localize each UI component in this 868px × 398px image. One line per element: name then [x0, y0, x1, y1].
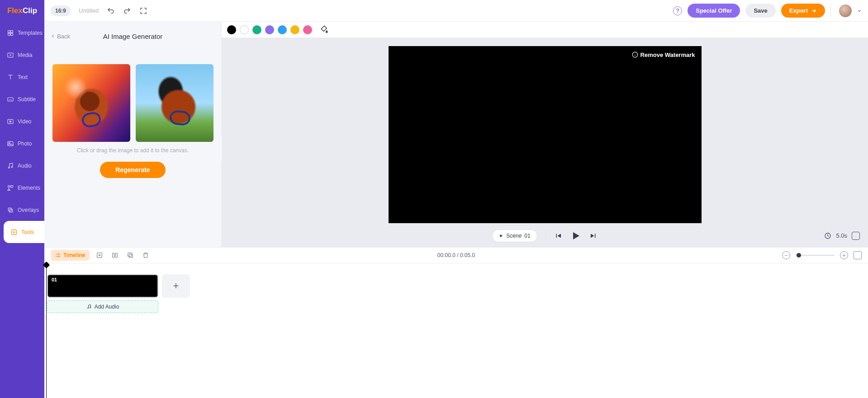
fullscreen-icon[interactable] [139, 7, 147, 15]
sidebar-item-audio[interactable]: Audio [0, 155, 44, 177]
help-icon[interactable]: ? [673, 6, 682, 15]
scene-num: 01 [524, 233, 530, 239]
back-label: Back [57, 33, 70, 40]
canvas-area: Remove Watermark Scene 01 5.0s [222, 22, 868, 247]
add-audio-label: Add Audio [95, 304, 119, 310]
svg-rect-21 [56, 256, 57, 257]
media-icon [7, 52, 14, 59]
fill-tool-icon[interactable] [320, 25, 328, 35]
timeline-tab-label: Timeline [63, 252, 85, 258]
skip-previous-icon[interactable] [554, 232, 562, 240]
playback-controls: Scene 01 5.0s [222, 226, 868, 246]
generated-image-1[interactable] [52, 64, 130, 142]
delete-icon[interactable] [142, 252, 149, 259]
chevron-down-icon[interactable] [857, 9, 862, 13]
expand-icon[interactable] [852, 232, 860, 240]
svg-point-10 [11, 166, 13, 168]
save-button[interactable]: Save [745, 4, 775, 18]
zoom-fit-button[interactable] [854, 251, 862, 259]
color-swatch-1[interactable] [240, 25, 249, 34]
logo-brand-1: Flex [7, 6, 23, 15]
sidebar-item-tools[interactable]: Tools [4, 221, 44, 243]
generated-image-2[interactable] [136, 64, 213, 142]
svg-rect-2 [8, 33, 10, 35]
scene-label: Scene [506, 233, 522, 239]
aspect-ratio-badge[interactable]: 16:9 [51, 5, 71, 16]
timeline-tab[interactable]: Timeline [51, 250, 90, 261]
zoom-in-button[interactable]: + [840, 251, 848, 259]
sidebar-item-label: Audio [18, 163, 32, 169]
color-swatch-3[interactable] [265, 25, 274, 34]
text-icon [7, 74, 14, 81]
sidebar-item-text[interactable]: Text [0, 66, 44, 88]
canvas[interactable]: Remove Watermark [389, 46, 702, 223]
svg-rect-3 [11, 33, 13, 35]
scene-badge[interactable]: Scene 01 [492, 229, 537, 242]
color-swatch-2[interactable] [252, 25, 261, 34]
export-label: Export [789, 7, 808, 14]
sidebar-item-media[interactable]: Media [0, 44, 44, 66]
svg-rect-13 [8, 208, 11, 211]
sidebar-item-label: Video [18, 118, 31, 125]
video-icon [7, 118, 14, 125]
skip-next-icon[interactable] [589, 232, 598, 240]
add-audio-button[interactable]: Add Audio [47, 300, 158, 313]
svg-point-11 [8, 185, 10, 187]
sidebar-item-label: Subtitle [18, 96, 36, 103]
zoom-out-button[interactable]: − [782, 251, 790, 259]
sidebar: FlexClip TemplatesMediaTextSubtitleVideo… [0, 0, 44, 398]
zoom-slider[interactable] [796, 255, 835, 256]
timeline: Timeline 00:00.0 / 0:05.0 − + 01 + Add A… [44, 247, 868, 398]
export-button[interactable]: Export [781, 4, 825, 18]
add-scene-button[interactable]: + [162, 274, 190, 298]
svg-point-30 [90, 307, 90, 308]
redo-icon[interactable] [123, 7, 131, 15]
timeline-toolbar: Timeline 00:00.0 / 0:05.0 − + [44, 247, 868, 263]
sidebar-item-photo[interactable]: Photo [0, 132, 44, 155]
split-icon[interactable] [111, 252, 119, 259]
info-icon [632, 52, 638, 58]
sidebar-item-label: Text [18, 74, 28, 80]
special-offer-button[interactable]: Special Offer [688, 4, 740, 18]
ai-image-panel: Back AI Image Generator Click or drag th… [44, 22, 222, 247]
playhead[interactable] [46, 263, 47, 398]
color-swatch-4[interactable] [278, 25, 287, 34]
color-swatch-0[interactable] [227, 25, 236, 34]
sidebar-item-subtitle[interactable]: Subtitle [0, 88, 44, 110]
back-button[interactable]: Back [51, 33, 70, 40]
svg-rect-22 [57, 254, 60, 255]
scene-clip[interactable]: 01 [47, 274, 158, 298]
duration-label: 5.0s [836, 232, 847, 239]
add-clip-icon[interactable] [96, 252, 103, 259]
color-swatch-5[interactable] [290, 25, 299, 34]
sidebar-item-label: Media [18, 52, 33, 58]
arrow-right-icon [811, 8, 817, 14]
play-icon[interactable] [570, 230, 581, 241]
svg-rect-25 [113, 253, 114, 257]
svg-rect-0 [8, 30, 10, 33]
undo-icon[interactable] [107, 7, 115, 15]
timeline-icon [55, 253, 61, 258]
sidebar-item-overlays[interactable]: Overlays [0, 199, 44, 221]
chevron-left-icon [51, 34, 55, 38]
color-swatch-6[interactable] [303, 25, 312, 34]
sidebar-item-label: Tools [21, 229, 34, 235]
svg-rect-1 [11, 30, 13, 33]
sidebar-item-templates[interactable]: Templates [0, 22, 44, 44]
svg-rect-27 [129, 254, 133, 258]
sidebar-item-video[interactable]: Video [0, 110, 44, 132]
remove-watermark-button[interactable]: Remove Watermark [632, 52, 695, 58]
svg-point-9 [8, 167, 9, 168]
sidebar-item-label: Elements [18, 185, 40, 191]
document-title[interactable]: Untitled [79, 7, 99, 14]
topbar: 16:9 Untitled ? Special Offer Save Expor… [44, 0, 868, 22]
play-small-icon [499, 234, 503, 238]
svg-rect-5 [8, 98, 13, 101]
logo-brand-2: Clip [23, 6, 37, 15]
sidebar-item-elements[interactable]: Elements [0, 177, 44, 199]
copy-icon[interactable] [127, 252, 134, 259]
regenerate-button[interactable]: Regenerate [100, 162, 165, 178]
logo[interactable]: FlexClip [0, 0, 44, 22]
avatar[interactable] [839, 5, 852, 17]
timeline-time: 00:00.0 / 0:05.0 [437, 252, 475, 258]
